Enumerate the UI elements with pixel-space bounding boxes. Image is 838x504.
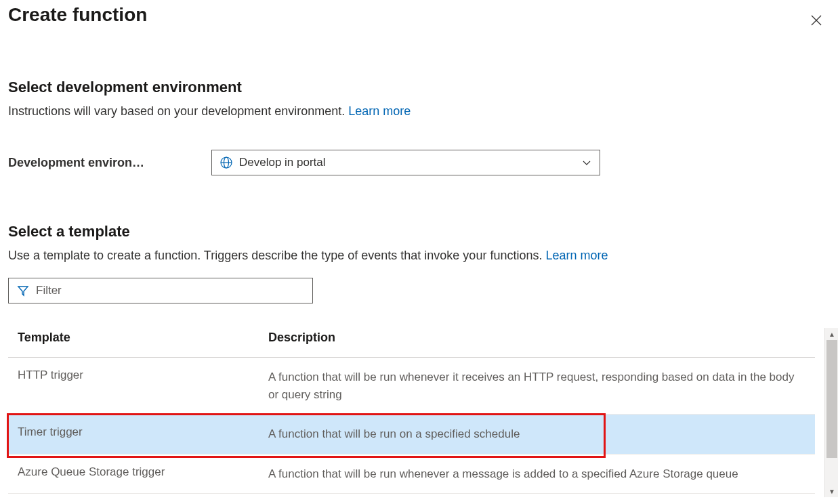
scroll-thumb[interactable]	[826, 340, 837, 458]
filter-icon	[17, 285, 29, 297]
template-name: Timer trigger	[18, 425, 268, 439]
env-section-desc: Instructions will vary based on your dev…	[8, 104, 830, 119]
template-desc-text: Use a template to create a function. Tri…	[8, 249, 545, 262]
template-name: HTTP trigger	[18, 369, 268, 382]
svg-marker-5	[18, 287, 28, 295]
dev-env-dropdown[interactable]: Develop in portal	[211, 150, 600, 175]
col-header-description[interactable]: Description	[268, 331, 805, 345]
template-description: A function that will be run whenever it …	[268, 369, 805, 403]
scroll-down-arrow[interactable]: ▼	[825, 485, 838, 497]
template-section-desc: Use a template to create a function. Tri…	[8, 249, 830, 263]
template-learn-more-link[interactable]: Learn more	[545, 249, 608, 262]
table-body: HTTP triggerA function that will be run …	[8, 358, 815, 494]
table-row[interactable]: Timer triggerA function that will be run…	[8, 415, 815, 455]
template-name: Azure Queue Storage trigger	[18, 465, 268, 479]
close-icon	[811, 15, 822, 26]
page-title: Create function	[8, 4, 147, 26]
env-section-heading: Select development environment	[8, 79, 830, 96]
table-row[interactable]: HTTP triggerA function that will be run …	[8, 358, 815, 415]
dev-env-label: Development environ…	[8, 156, 211, 170]
chevron-down-icon	[582, 158, 591, 167]
env-desc-text: Instructions will vary based on your dev…	[8, 104, 348, 118]
globe-icon	[220, 156, 232, 169]
col-header-template[interactable]: Template	[18, 331, 268, 345]
filter-input[interactable]	[36, 284, 304, 297]
table-header: Template Description	[8, 331, 815, 358]
close-button[interactable]	[805, 9, 827, 31]
scroll-up-arrow[interactable]: ▲	[825, 328, 838, 340]
dev-env-value: Develop in portal	[239, 156, 326, 169]
template-description: A function that will be run on a specifi…	[268, 425, 805, 443]
env-learn-more-link[interactable]: Learn more	[348, 104, 411, 118]
template-description: A function that will be run whenever a m…	[268, 465, 805, 483]
vertical-scrollbar[interactable]: ▲ ▼	[824, 328, 838, 497]
template-section-heading: Select a template	[8, 223, 830, 240]
table-row[interactable]: Azure Queue Storage triggerA function th…	[8, 455, 815, 495]
filter-container[interactable]	[8, 278, 313, 303]
